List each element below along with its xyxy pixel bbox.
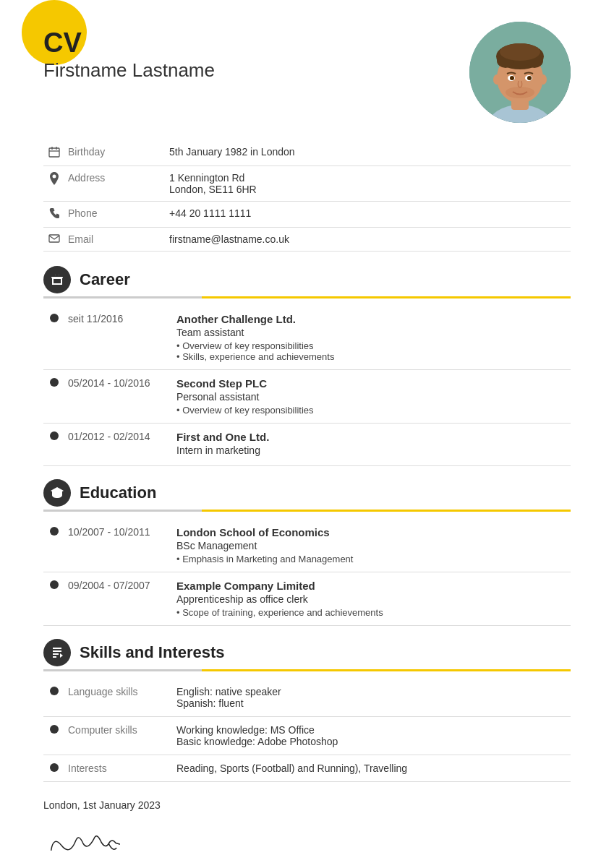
education-content: London School of Economics BSc Managemen… bbox=[174, 519, 571, 572]
personal-info-table: Birthday 5th January 1982 in London Addr… bbox=[43, 140, 571, 252]
career-dot bbox=[50, 378, 59, 387]
career-section-heading: Career bbox=[43, 266, 571, 293]
education-role: Apprenticeship as office clerk bbox=[176, 593, 568, 605]
skill-dot-cell bbox=[43, 755, 65, 782]
career-dot-cell bbox=[43, 424, 65, 466]
skill-label: Language skills bbox=[65, 679, 174, 717]
career-role: Intern in marketing bbox=[176, 444, 568, 456]
education-table: 10/2007 - 10/2011 London School of Econo… bbox=[43, 519, 571, 626]
skills-row: Computer skills Working knowledge: MS Of… bbox=[43, 717, 571, 755]
career-row: seit 11/2016 Another Challenge Ltd. Team… bbox=[43, 306, 571, 370]
svg-point-7 bbox=[500, 43, 540, 61]
skill-label: Interests bbox=[65, 755, 174, 782]
birthday-label: Birthday bbox=[65, 140, 166, 166]
skill-value: English: native speaker bbox=[176, 686, 568, 697]
education-content: Example Company Limited Apprenticeship a… bbox=[174, 572, 571, 626]
education-dot-cell bbox=[43, 519, 65, 572]
full-name: Firstname Lastname bbox=[43, 59, 215, 82]
address-line2: London, SE11 6HR bbox=[169, 184, 257, 195]
header-left: CV Firstname Lastname bbox=[43, 22, 215, 82]
career-date: 05/2014 - 10/2016 bbox=[65, 370, 174, 424]
career-content: First and One Ltd. Intern in marketing bbox=[174, 424, 571, 466]
birthday-row: Birthday 5th January 1982 in London bbox=[43, 140, 571, 166]
address-value: 1 Kennington Rd London, SE11 6HR bbox=[166, 166, 571, 202]
birthday-icon bbox=[43, 140, 65, 166]
skills-row: Language skills English: native speakerS… bbox=[43, 679, 571, 717]
skills-title: Skills and Interests bbox=[80, 643, 225, 662]
career-dot bbox=[50, 314, 59, 322]
skill-value: Working knowledge: MS Office bbox=[176, 724, 568, 736]
address-label: Address bbox=[65, 166, 166, 202]
footer-location: London, 1st January 2023 bbox=[43, 799, 571, 811]
career-row: 05/2014 - 10/2016 Second Step PLC Person… bbox=[43, 370, 571, 424]
skills-row: Interests Reading, Sports (Football) and… bbox=[43, 755, 571, 782]
education-dot bbox=[50, 527, 59, 536]
education-icon bbox=[43, 479, 71, 507]
phone-row: Phone +44 20 1111 1111 bbox=[43, 202, 571, 228]
career-date: seit 11/2016 bbox=[65, 306, 174, 370]
address-row: Address 1 Kennington Rd London, SE11 6HR bbox=[43, 166, 571, 202]
skill-values: Reading, Sports (Football) and Running),… bbox=[174, 755, 571, 782]
avatar bbox=[469, 22, 571, 123]
email-row: Email firstname@lastname.co.uk bbox=[43, 228, 571, 252]
skill-dot-cell bbox=[43, 717, 65, 755]
svg-point-14 bbox=[540, 74, 547, 85]
email-icon bbox=[43, 228, 65, 252]
career-row: 01/2012 - 02/2014 First and One Ltd. Int… bbox=[43, 424, 571, 466]
education-date: 10/2007 - 10/2011 bbox=[65, 519, 174, 572]
skill-values: Working knowledge: MS OfficeBasic knowle… bbox=[174, 717, 571, 755]
phone-label: Phone bbox=[65, 202, 166, 228]
skill-dot bbox=[50, 687, 59, 695]
svg-point-12 bbox=[506, 87, 534, 98]
career-role: Team assistant bbox=[176, 327, 568, 338]
career-dot-cell bbox=[43, 370, 65, 424]
skills-table: Language skills English: native speakerS… bbox=[43, 679, 571, 782]
education-company: Example Company Limited bbox=[176, 580, 568, 592]
skill-values: English: native speakerSpanish: fluent bbox=[174, 679, 571, 717]
education-bullet: • Emphasis in Marketing and Management bbox=[176, 554, 568, 564]
career-bullet: • Overview of key responsibilities bbox=[176, 340, 568, 351]
career-title: Career bbox=[80, 270, 130, 289]
address-line1: 1 Kennington Rd bbox=[169, 172, 244, 184]
email-label: Email bbox=[65, 228, 166, 252]
phone-value: +44 20 1111 1111 bbox=[166, 202, 571, 228]
education-divider bbox=[43, 510, 571, 512]
education-title: Education bbox=[80, 484, 156, 502]
education-role: BSc Management bbox=[176, 540, 568, 551]
career-dot bbox=[50, 431, 59, 440]
birthday-value: 5th January 1982 in London bbox=[166, 140, 571, 166]
career-company: First and One Ltd. bbox=[176, 431, 568, 443]
education-row: 09/2004 - 07/2007 Example Company Limite… bbox=[43, 572, 571, 626]
skills-section-heading: Skills and Interests bbox=[43, 639, 571, 666]
education-dot-cell bbox=[43, 572, 65, 626]
career-content: Another Challenge Ltd. Team assistant • … bbox=[174, 306, 571, 370]
skills-icon bbox=[43, 639, 71, 666]
svg-point-13 bbox=[493, 74, 500, 85]
career-role: Personal assistant bbox=[176, 391, 568, 403]
svg-point-10 bbox=[510, 76, 514, 80]
signature bbox=[41, 815, 132, 868]
svg-rect-15 bbox=[49, 148, 59, 157]
signature-svg bbox=[41, 815, 132, 865]
skill-dot bbox=[50, 725, 59, 734]
career-bullet: • Overview of key responsibilities bbox=[176, 405, 568, 416]
header: CV Firstname Lastname bbox=[43, 22, 571, 123]
education-section-heading: Education bbox=[43, 479, 571, 507]
skill-value: Spanish: fluent bbox=[176, 697, 568, 709]
address-icon bbox=[43, 166, 65, 202]
career-divider bbox=[43, 296, 571, 298]
career-date: 01/2012 - 02/2014 bbox=[65, 424, 174, 466]
education-dot bbox=[50, 580, 59, 589]
career-bullet: • Skills, experience and achievements bbox=[176, 351, 568, 362]
svg-point-11 bbox=[527, 76, 532, 80]
skills-divider bbox=[43, 669, 571, 671]
svg-rect-19 bbox=[49, 235, 59, 242]
education-row: 10/2007 - 10/2011 London School of Econo… bbox=[43, 519, 571, 572]
career-table: seit 11/2016 Another Challenge Ltd. Team… bbox=[43, 306, 571, 466]
education-bullet: • Scope of training, experience and achi… bbox=[176, 607, 568, 618]
career-company: Second Step PLC bbox=[176, 377, 568, 390]
career-content: Second Step PLC Personal assistant • Ove… bbox=[174, 370, 571, 424]
career-icon bbox=[43, 266, 71, 293]
education-company: London School of Economics bbox=[176, 526, 568, 538]
skill-dot bbox=[50, 763, 59, 772]
